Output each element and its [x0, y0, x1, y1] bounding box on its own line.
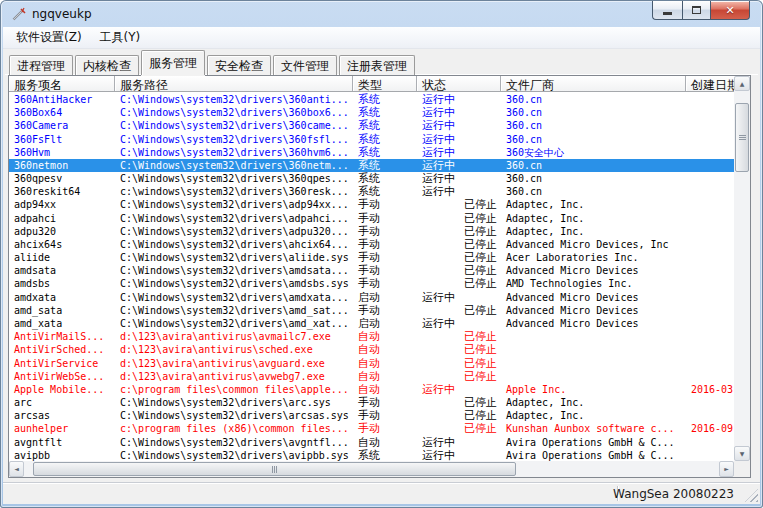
column-header-1[interactable]: 服务路径 — [115, 76, 353, 91]
minimize-icon — [663, 12, 672, 15]
table-row[interactable]: AntiVirServiced:\123\avira\antivirus\avg… — [9, 356, 734, 369]
scroll-left-button[interactable]: ◄ — [9, 461, 24, 477]
table-row[interactable]: 360HvmC:\Windows\system32\drivers\360hvm… — [9, 146, 734, 159]
title-bar[interactable]: ngqveukp ✕ — [0, 0, 763, 27]
cell-status: 运行中 — [417, 133, 501, 146]
tab-0[interactable]: 进程管理 — [9, 55, 73, 75]
table-row[interactable]: ahcix64sC:\Windows\system32\drivers\ahci… — [9, 238, 734, 251]
cell-type: 系统 — [353, 172, 417, 185]
cell-name: Apple Mobile... — [9, 383, 115, 396]
cell-status: 已停止 — [417, 422, 501, 435]
table-row[interactable]: aunhelperc:\program files (x86)\common f… — [9, 422, 734, 435]
window-title: ngqveukp — [32, 7, 92, 21]
column-header-0[interactable]: 服务项名 — [9, 76, 115, 91]
column-header-3[interactable]: 状态 — [417, 76, 501, 91]
cell-status: 已停止 — [417, 330, 501, 343]
column-header-2[interactable]: 类型 — [353, 76, 417, 91]
table-row[interactable]: AntiVirSched...d:\123\avira\antivirus\sc… — [9, 343, 734, 356]
cell-path: C:\Windows\system32\drivers\aliide.sys — [115, 251, 353, 264]
table-row[interactable]: Apple Mobile...c:\program files\common f… — [9, 383, 734, 396]
table-row[interactable]: amd_xataC:\Windows\system32\drivers\amd_… — [9, 317, 734, 330]
cell-name: ahcix64s — [9, 238, 115, 251]
cell-status: 运行中 — [417, 317, 501, 330]
cell-path: d:\123\avira\antivirus\avguard.exe — [115, 357, 353, 370]
cell-name: aliide — [9, 251, 115, 264]
table-row[interactable]: amd_sataC:\Windows\system32\drivers\amd_… — [9, 304, 734, 317]
cell-type: 手动 — [353, 238, 417, 251]
statusbar-text: WangSea 20080223 — [613, 487, 734, 501]
table-row[interactable]: 360qpesvC:\Windows\system32\drivers\360q… — [9, 172, 734, 185]
cell-path: C:\Windows\system32\drivers\arcsas.sys — [115, 409, 353, 422]
services-table: 服务项名服务路径类型状态文件厂商创建日期 360AntiHackerC:\Win… — [8, 75, 751, 478]
column-header-5[interactable]: 创建日期 — [686, 76, 734, 91]
tab-5[interactable]: 注册表管理 — [339, 55, 415, 75]
table-body: 360AntiHackerC:\Windows\system32\drivers… — [9, 93, 734, 463]
cell-vendor: 360.cn — [501, 185, 686, 198]
table-row[interactable]: aliideC:\Windows\system32\drivers\aliide… — [9, 251, 734, 264]
cell-vendor: Adaptec, Inc. — [501, 396, 686, 409]
scrollbar-grip — [272, 466, 277, 473]
cell-status: 已停止 — [417, 264, 501, 277]
cell-status: 已停止 — [417, 238, 501, 251]
cell-vendor: Advanced Micro Devices — [501, 291, 686, 304]
table-row[interactable]: 360netmonC:\Windows\system32\drivers\360… — [9, 159, 734, 172]
tab-3[interactable]: 安全检查 — [207, 55, 271, 75]
table-row[interactable]: AntiVirWebSe...d:\123\avira\antivirus\av… — [9, 370, 734, 383]
cell-type: 自动 — [353, 343, 417, 356]
cell-path: C:\Windows\system32\drivers\amdsbs.sys — [115, 277, 353, 290]
minimize-button[interactable] — [652, 1, 682, 20]
cell-path: C:\Windows\system32\drivers\amd_xat... — [115, 317, 353, 330]
table-row[interactable]: 360CameraC:\Windows\system32\drivers\360… — [9, 119, 734, 132]
menu-item-1[interactable]: 工具(Y) — [91, 26, 150, 49]
cell-vendor: 360.cn — [501, 106, 686, 119]
cell-type: 启动 — [353, 291, 417, 304]
table-row[interactable]: avipbbC:\Windows\system32\drivers\avipbb… — [9, 449, 734, 462]
table-row[interactable]: AntiVirMailS...d:\123\avira\antivirus\av… — [9, 330, 734, 343]
table-row[interactable]: avgntfltC:\Windows\system32\drivers\avgn… — [9, 435, 734, 448]
cell-status: 运行中 — [417, 291, 501, 304]
tab-2[interactable]: 服务管理 — [141, 50, 205, 75]
vertical-scrollbar-thumb[interactable] — [735, 103, 749, 172]
table-row[interactable]: 360Box64C:\Windows\system32\drivers\360b… — [9, 106, 734, 119]
cell-path: C:\Windows\system32\drivers\ahcix64... — [115, 238, 353, 251]
vertical-scrollbar[interactable]: ▲ ▼ — [734, 76, 750, 461]
cell-vendor: Advanced Micro Devices — [501, 264, 686, 277]
table-row[interactable]: amdsataC:\Windows\system32\drivers\amdsa… — [9, 264, 734, 277]
cell-path: C:\Windows\system32\drivers\arc.sys — [115, 396, 353, 409]
cell-name: amd_sata — [9, 304, 115, 317]
resize-grip-icon[interactable] — [745, 489, 758, 502]
table-row[interactable]: 360FsFltC:\Windows\system32\drivers\360f… — [9, 133, 734, 146]
cell-path: C:\Windows\system32\drivers\360came... — [115, 119, 353, 132]
cell-status: 已停止 — [417, 357, 501, 370]
cell-name: 360AntiHacker — [9, 93, 115, 106]
table-row[interactable]: adpu320C:\Windows\system32\drivers\adpu3… — [9, 225, 734, 238]
column-header-4[interactable]: 文件厂商 — [501, 76, 686, 91]
table-row[interactable]: adp94xxC:\Windows\system32\drivers\adp94… — [9, 198, 734, 211]
maximize-icon — [692, 6, 701, 14]
scroll-right-button[interactable]: ► — [719, 461, 734, 477]
tab-1[interactable]: 内核检查 — [75, 55, 139, 75]
menu-item-0[interactable]: 软件设置(Z) — [7, 26, 91, 49]
table-row[interactable]: 360reskit64c:\windows\system32\drivers\3… — [9, 185, 734, 198]
cell-path: C:\Windows\system32\drivers\amdxata... — [115, 291, 353, 304]
cell-path: C:\Windows\system32\drivers\avgntfl... — [115, 436, 353, 449]
cell-status: 运行中 — [417, 449, 501, 462]
horizontal-scrollbar-thumb[interactable] — [33, 462, 516, 476]
scroll-down-button[interactable]: ▼ — [734, 446, 750, 461]
cell-type: 系统 — [353, 133, 417, 146]
cell-name: 360FsFlt — [9, 133, 115, 146]
cell-type: 手动 — [353, 409, 417, 422]
close-button[interactable]: ✕ — [710, 1, 750, 20]
table-row[interactable]: arcsasC:\Windows\system32\drivers\arcsas… — [9, 409, 734, 422]
cell-path: C:\Windows\system32\drivers\amdsata... — [115, 264, 353, 277]
scroll-up-button[interactable]: ▲ — [734, 76, 750, 91]
table-row[interactable]: arcC:\Windows\system32\drivers\arc.sys手动… — [9, 396, 734, 409]
table-row[interactable]: amdxataC:\Windows\system32\drivers\amdxa… — [9, 291, 734, 304]
table-row[interactable]: 360AntiHackerC:\Windows\system32\drivers… — [9, 93, 734, 106]
tab-4[interactable]: 文件管理 — [273, 55, 337, 75]
table-row[interactable]: adpahciC:\Windows\system32\drivers\adpah… — [9, 212, 734, 225]
horizontal-scrollbar[interactable]: ◄ ► — [9, 461, 734, 477]
maximize-button[interactable] — [682, 1, 710, 20]
table-row[interactable]: amdsbsC:\Windows\system32\drivers\amdsbs… — [9, 277, 734, 290]
cell-vendor: 360安全中心 — [501, 146, 686, 159]
